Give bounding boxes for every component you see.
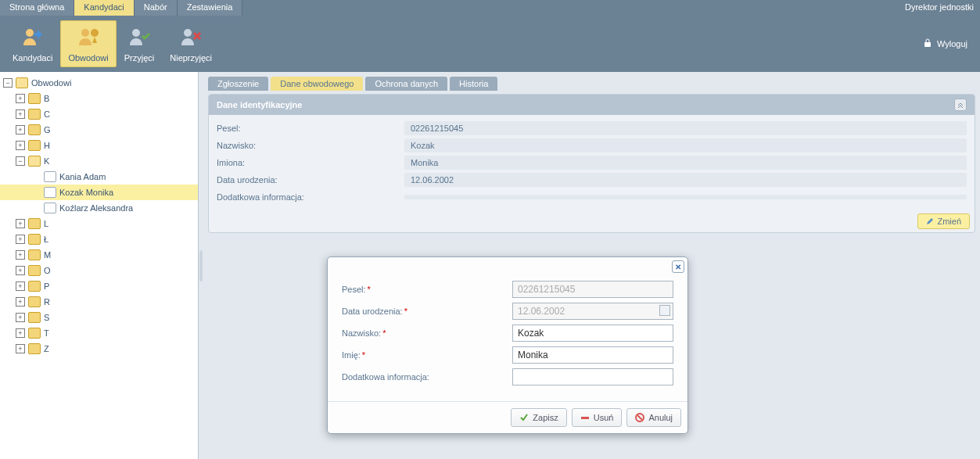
expand-icon[interactable]: + (16, 266, 25, 275)
folder-icon (28, 140, 41, 151)
form-data-ur-label: Data urodzenia:* (342, 307, 512, 316)
tree-folder-M[interactable]: +M (0, 247, 198, 263)
tree-folder-label: R (44, 297, 50, 307)
form-dodatkowa-label: Dodatkowa informacja: (342, 372, 512, 382)
expand-icon[interactable]: + (16, 344, 25, 353)
zmien-button[interactable]: Zmień (917, 213, 970, 229)
pesel-input[interactable] (512, 281, 673, 298)
tree-item[interactable]: Kozak Monika (0, 185, 198, 200)
expand-icon[interactable]: + (16, 250, 25, 260)
tree-folder-L[interactable]: +L (0, 216, 198, 231)
person-x-icon (178, 25, 203, 50)
tree-folder-S[interactable]: +S (0, 310, 198, 325)
modal-footer: Zapisz Usuń Anuluj (328, 401, 687, 433)
toolbar-przyjeci[interactable]: Przyjęci (117, 20, 163, 67)
document-icon (44, 187, 56, 198)
tree-item[interactable]: Koźlarz Aleksandra (0, 200, 198, 216)
expand-icon[interactable]: + (16, 141, 25, 150)
folder-icon (28, 249, 41, 260)
tree-folder-label: G (44, 125, 51, 134)
folder-icon (28, 343, 41, 354)
pesel-label: Pesel: (217, 124, 404, 133)
tree-item-label: Kania Adam (59, 172, 106, 181)
nazwisko-label: Nazwisko: (217, 141, 404, 150)
top-tabs: Strona główna Kandydaci Nabór Zestawieni… (0, 0, 242, 16)
logout-button[interactable]: Wyloguj (923, 38, 967, 49)
collapse-icon[interactable]: − (16, 156, 25, 166)
tree-folder-Z[interactable]: +Z (0, 341, 198, 357)
tree-folder-G[interactable]: +G (0, 122, 198, 138)
expand-icon[interactable]: + (16, 328, 25, 338)
expand-icon[interactable]: + (16, 297, 25, 307)
expand-icon[interactable]: + (16, 235, 25, 244)
usun-button[interactable]: Usuń (572, 408, 623, 427)
tab-ochrona-danych[interactable]: Ochrona danych (365, 77, 447, 91)
tree-folder-label: O (44, 266, 51, 275)
tree-folder-label: L (44, 219, 48, 228)
tab-dane-obwodowego[interactable]: Dane obwodowego (271, 77, 363, 91)
data-ur-value: 12.06.2002 (404, 173, 967, 187)
top-tab-zestawienia[interactable]: Zestawienia (178, 0, 243, 16)
form-row-pesel: Pesel:* (342, 281, 673, 298)
dodatkowa-value (404, 195, 967, 199)
top-tab-kandydaci[interactable]: Kandydaci (74, 0, 134, 16)
tree-item[interactable]: Kania Adam (0, 169, 198, 185)
panel-collapse-button[interactable] (954, 99, 967, 111)
toolbar-obwodowi[interactable]: Obwodowi (60, 20, 116, 67)
folder-icon (28, 296, 41, 307)
edit-modal: ✕ Pesel:* Data urodzenia:* Nazwisko:* Im… (327, 256, 688, 434)
expand-icon[interactable]: + (16, 281, 25, 291)
sidebar-tree: − Obwodowi +B+C+G+H−KKania AdamKozak Mon… (0, 72, 199, 459)
expand-icon[interactable]: + (16, 313, 25, 322)
toolbar-nieprzyjeci[interactable]: Nieprzyjęci (162, 20, 220, 67)
svg-point-4 (184, 29, 192, 37)
tree-folder-R[interactable]: +R (0, 294, 198, 310)
tree-folder-label: H (44, 141, 50, 150)
chevron-up-double-icon (957, 101, 964, 109)
form-row-dodatkowa: Dodatkowa informacja: (342, 368, 673, 385)
anuluj-button[interactable]: Anuluj (626, 408, 681, 427)
form-nazwisko-label: Nazwisko:* (342, 328, 512, 338)
folder-icon (28, 234, 41, 245)
dodatkowa-input[interactable] (512, 368, 673, 385)
tree-folder-T[interactable]: +T (0, 325, 198, 341)
folder-icon (28, 328, 41, 339)
tree-folder-Ł[interactable]: +Ł (0, 231, 198, 247)
tree-folder-O[interactable]: +O (0, 263, 198, 278)
imie-input[interactable] (512, 346, 673, 364)
check-icon (519, 413, 529, 422)
toolbar-kandydaci[interactable]: Kandydaci (5, 20, 60, 67)
tree-root[interactable]: − Obwodowi (0, 75, 198, 91)
panel-title: Dane identyfikacyjne (217, 100, 302, 109)
tab-zgloszenie[interactable]: Zgłoszenie (208, 77, 268, 91)
folder-icon (28, 265, 41, 276)
dodatkowa-label: Dodatkowa informacja: (217, 192, 404, 202)
form-row-imie: Imię:* (342, 346, 673, 364)
form-pesel-label: Pesel:* (342, 285, 512, 294)
tree-folder-C[interactable]: +C (0, 106, 198, 122)
row-nazwisko: Nazwisko: Kozak (217, 137, 967, 154)
expand-icon[interactable]: + (16, 125, 25, 134)
row-data-urodzenia: Data urodzenia: 12.06.2002 (217, 171, 967, 188)
top-tab-home[interactable]: Strona główna (0, 0, 74, 16)
data-ur-input[interactable] (512, 303, 673, 320)
tree-folder-P[interactable]: +P (0, 278, 198, 294)
top-tab-nabor[interactable]: Nabór (135, 0, 178, 16)
tree-folder-label: P (44, 281, 49, 291)
expand-icon[interactable]: + (16, 219, 25, 228)
tree-folder-K[interactable]: −K (0, 153, 198, 169)
tree-folder-H[interactable]: +H (0, 138, 198, 153)
nazwisko-input[interactable] (512, 325, 673, 342)
tree-folder-B[interactable]: +B (0, 91, 198, 106)
close-icon: ✕ (675, 263, 681, 271)
modal-close-button[interactable]: ✕ (672, 260, 684, 273)
tab-historia[interactable]: Historia (450, 77, 497, 91)
folder-open-icon (28, 156, 41, 167)
expand-icon[interactable]: + (16, 94, 25, 103)
collapse-icon[interactable]: − (3, 78, 13, 88)
splitter-handle-icon (199, 250, 203, 281)
zapisz-button[interactable]: Zapisz (511, 408, 566, 427)
panel-header: Dane identyfikacyjne (209, 95, 975, 115)
calendar-icon[interactable] (659, 305, 670, 316)
expand-icon[interactable]: + (16, 109, 25, 119)
